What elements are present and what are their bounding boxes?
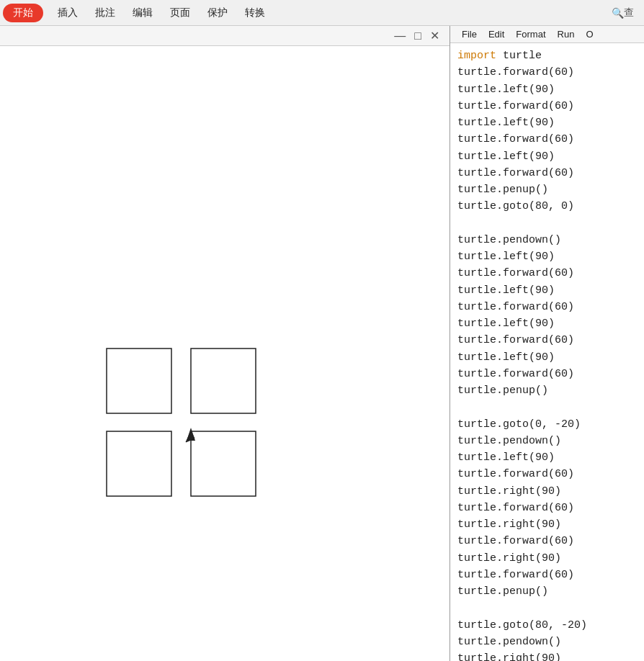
- code-line: turtle.pendown(): [457, 232, 637, 248]
- search-icon: 🔍: [612, 7, 624, 19]
- svg-rect-3: [191, 431, 256, 496]
- menu-item-insert[interactable]: 插入: [49, 4, 86, 22]
- code-line: turtle.forward(60): [457, 332, 637, 349]
- code-line: turtle.right(90): [457, 650, 637, 661]
- code-line: turtle.right(90): [457, 483, 637, 500]
- code-line: turtle.left(90): [457, 282, 637, 299]
- code-line: turtle.forward(60): [457, 165, 637, 181]
- menu-bar: 开始 插入 批注 编辑 页面 保护 转换 🔍 查: [0, 0, 644, 26]
- menu-item-protect[interactable]: 保护: [199, 4, 236, 22]
- menu-item-edit[interactable]: 编辑: [124, 4, 161, 22]
- code-line: [457, 399, 637, 415]
- code-line: turtle.pendown(): [457, 433, 637, 449]
- turtle-window: — □ ✕: [0, 26, 450, 661]
- svg-marker-5: [187, 428, 195, 441]
- code-menu-file[interactable]: File: [456, 27, 483, 41]
- code-line: turtle.forward(60): [457, 131, 637, 148]
- code-line: turtle.forward(60): [457, 533, 637, 549]
- code-line: turtle.right(90): [457, 550, 637, 567]
- code-line: [457, 600, 637, 616]
- code-line: turtle.forward(60): [457, 64, 637, 81]
- code-editor: File Edit Format Run O import turtle tur…: [450, 26, 644, 661]
- close-button[interactable]: ✕: [426, 29, 444, 42]
- menu-item-page[interactable]: 页面: [161, 4, 199, 22]
- code-line: turtle.left(90): [457, 148, 637, 165]
- code-line: turtle.forward(60): [457, 567, 637, 583]
- code-line: turtle.penup(): [457, 382, 637, 399]
- code-line: turtle.left(90): [457, 449, 637, 466]
- menu-item-annotate[interactable]: 批注: [86, 4, 124, 22]
- code-line: turtle.forward(60): [457, 299, 637, 315]
- minimize-button[interactable]: —: [390, 30, 410, 42]
- code-line: turtle.left(90): [457, 349, 637, 366]
- code-lines: turtle.forward(60)turtle.left(90)turtle.…: [457, 64, 637, 661]
- code-line: turtle.forward(60): [457, 366, 637, 382]
- titlebar: — □ ✕: [0, 26, 450, 46]
- code-line: turtle.goto(0, -20): [457, 416, 637, 433]
- code-menu-run[interactable]: Run: [552, 27, 581, 41]
- svg-rect-1: [191, 349, 256, 413]
- code-line: turtle.forward(60): [457, 265, 637, 282]
- menu-item-convert[interactable]: 转换: [236, 4, 274, 22]
- svg-rect-2: [107, 431, 171, 496]
- code-menu-other[interactable]: O: [580, 27, 599, 41]
- code-content[interactable]: import turtle turtle.forward(60)turtle.l…: [450, 43, 644, 661]
- code-menu-format[interactable]: Format: [510, 27, 551, 41]
- turtle-drawing: [0, 46, 450, 661]
- maximize-button[interactable]: □: [410, 30, 426, 42]
- code-line: turtle.penup(): [457, 583, 637, 600]
- start-button[interactable]: 开始: [3, 4, 43, 22]
- code-line: turtle.penup(): [457, 181, 637, 198]
- code-editor-menu: File Edit Format Run O: [450, 26, 644, 43]
- code-line: turtle.goto(80, 0): [457, 198, 637, 215]
- code-line: turtle.goto(80, -20): [457, 617, 637, 634]
- code-line: turtle.forward(60): [457, 466, 637, 482]
- code-line: turtle.left(90): [457, 315, 637, 332]
- code-import: import turtle: [457, 48, 637, 64]
- code-line: turtle.forward(60): [457, 500, 637, 516]
- code-line: turtle.left(90): [457, 114, 637, 131]
- code-line: turtle.left(90): [457, 248, 637, 265]
- code-line: turtle.forward(60): [457, 98, 637, 114]
- canvas-area: [0, 46, 450, 661]
- search-label: 查: [624, 6, 634, 19]
- code-line: [457, 215, 637, 232]
- search-area[interactable]: 🔍 查: [604, 6, 641, 19]
- code-line: turtle.pendown(): [457, 634, 637, 650]
- code-menu-edit[interactable]: Edit: [483, 27, 510, 41]
- main-content: — □ ✕ File Ed: [0, 26, 644, 661]
- svg-rect-0: [107, 349, 171, 413]
- code-line: turtle.right(90): [457, 516, 637, 533]
- code-line: turtle.left(90): [457, 81, 637, 98]
